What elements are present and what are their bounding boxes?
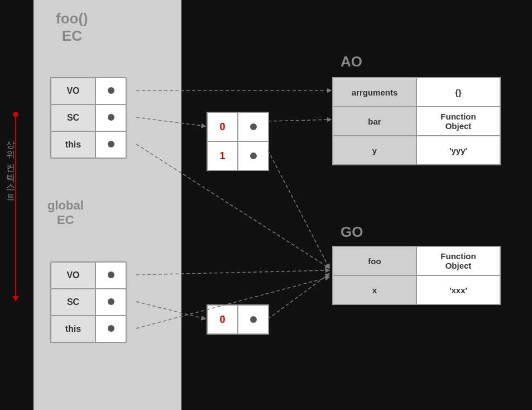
go-row-foo-val: FunctionObject <box>416 246 500 275</box>
global-ec-vo-label: VO <box>51 262 95 289</box>
global-sc-table: 0 <box>207 304 269 335</box>
ao-row-bar-val: FunctionObject <box>416 107 500 136</box>
ao-row-bar-key: bar <box>333 107 416 136</box>
global-ec-sc-label: SC <box>51 289 95 316</box>
foo-sc-0-dot <box>238 112 269 141</box>
foo-sc-0-label: 0 <box>207 112 238 141</box>
go-row-x-key: x <box>333 275 416 304</box>
go-row-foo-key: foo <box>333 246 416 275</box>
svg-line-3 <box>268 150 329 268</box>
foo-ec-this-dot <box>95 131 126 158</box>
foo-ec-sc-label: SC <box>51 104 95 131</box>
ao-row-arguments-val: {} <box>416 78 500 107</box>
ao-table: arrguments {} bar FunctionObject y 'yyy' <box>332 77 501 165</box>
foo-ec-table: VO SC this <box>50 77 127 159</box>
global-sc-0-label: 0 <box>207 305 238 334</box>
global-sc-0-dot <box>238 305 269 334</box>
ao-label: AO <box>341 53 362 70</box>
go-row-x-val: 'xxx' <box>416 275 500 304</box>
global-ec-label: global EC <box>47 198 84 227</box>
global-ec-this-label: this <box>51 316 95 342</box>
arrow-dot-top <box>13 112 18 117</box>
global-ec-this-dot <box>95 316 126 342</box>
foo-sc-table: 0 1 <box>207 112 269 171</box>
go-label: GO <box>341 223 363 241</box>
foo-sc-1-label: 1 <box>207 141 238 170</box>
ao-row-y-key: y <box>333 136 416 165</box>
foo-ec-this-label: this <box>51 131 95 158</box>
global-ec-vo-dot <box>95 262 126 289</box>
vertical-label: 상위 컨텍스트 <box>4 134 16 198</box>
ao-row-y-val: 'yyy' <box>416 136 500 165</box>
foo-ec-vo-dot <box>95 78 126 104</box>
go-table: foo FunctionObject x 'xxx' <box>332 246 501 305</box>
foo-ec-sc-dot <box>95 104 126 131</box>
foo-ec-label: foo() EC <box>56 10 88 45</box>
svg-line-2 <box>268 120 331 121</box>
ao-row-arguments-key: arrguments <box>333 78 416 107</box>
arrow-head <box>12 296 19 302</box>
foo-sc-1-dot <box>238 141 269 170</box>
foo-ec-vo-label: VO <box>51 78 95 104</box>
svg-line-7 <box>268 274 329 319</box>
global-ec-sc-dot <box>95 289 126 316</box>
global-ec-table: VO SC this <box>50 261 127 343</box>
